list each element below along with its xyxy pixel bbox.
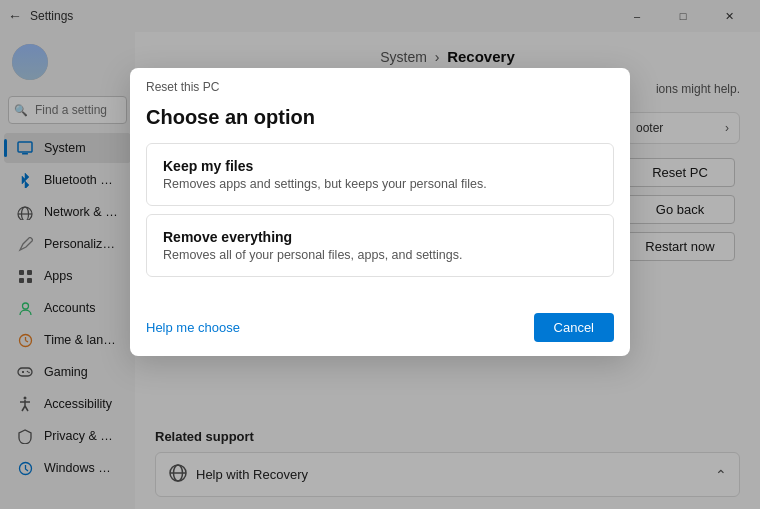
cancel-button[interactable]: Cancel	[534, 313, 614, 342]
dialog-footer: Help me choose Cancel	[130, 301, 630, 356]
dialog-title: Choose an option	[146, 106, 614, 129]
reset-dialog: Reset this PC Choose an option Keep my f…	[130, 68, 630, 356]
keep-files-option[interactable]: Keep my files Removes apps and settings,…	[146, 143, 614, 206]
keep-files-desc: Removes apps and settings, but keeps you…	[163, 177, 597, 191]
remove-everything-option[interactable]: Remove everything Removes all of your pe…	[146, 214, 614, 277]
dialog-body: Choose an option Keep my files Removes a…	[130, 98, 630, 301]
remove-everything-title: Remove everything	[163, 229, 597, 245]
remove-everything-desc: Removes all of your personal files, apps…	[163, 248, 597, 262]
help-me-choose-link[interactable]: Help me choose	[146, 320, 240, 335]
keep-files-title: Keep my files	[163, 158, 597, 174]
dialog-header: Reset this PC	[130, 68, 630, 98]
